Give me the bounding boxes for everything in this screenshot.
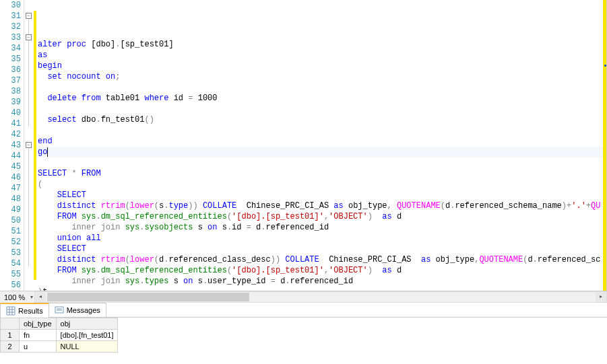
code-line[interactable]: distinct rtrim(lower(d.referenced_class_…: [36, 254, 606, 265]
cell-obj_type[interactable]: fn: [20, 330, 57, 341]
line-number: 35: [0, 54, 21, 65]
fold-toggle[interactable]: −: [26, 13, 32, 19]
line-number: 54: [0, 258, 21, 269]
code-body[interactable]: alter proc [dbo].[sp_test01]asbegin set …: [34, 0, 606, 291]
results-pane: obj_typeobj1fn[dbo].[fn_test01]2uNULL: [0, 318, 607, 353]
code-line[interactable]: union all: [36, 233, 606, 244]
code-line[interactable]: [36, 28, 606, 39]
results-tabs: Results Messages: [0, 303, 607, 318]
fold-toggle[interactable]: −: [26, 142, 32, 148]
code-line[interactable]: inner join sys.sysobjects s on s.id = d.…: [36, 222, 606, 233]
row-number: 1: [1, 330, 20, 341]
line-number: 55: [0, 269, 21, 280]
grid-corner: [1, 318, 20, 330]
line-number-gutter: 3031323334353637383940414243444546474849…: [0, 0, 24, 291]
line-number: 40: [0, 108, 21, 118]
code-line[interactable]: alter proc [dbo].[sp_test01]: [36, 39, 606, 50]
line-number: 31: [0, 11, 21, 22]
line-number: 34: [0, 43, 21, 54]
line-number: 32: [0, 22, 21, 32]
code-line[interactable]: FROM sys.dm_sql_referenced_entities('[db…: [36, 211, 606, 222]
line-number: 51: [0, 226, 21, 237]
table-row[interactable]: 1fn[dbo].[fn_test01]: [1, 330, 118, 341]
column-header[interactable]: obj: [56, 318, 118, 330]
line-number: 56: [0, 280, 21, 291]
line-number: 47: [0, 183, 21, 194]
code-line[interactable]: inner join sys.types s on s.user_type_id…: [36, 276, 606, 287]
svg-rect-0: [7, 307, 15, 315]
line-number: 53: [0, 248, 21, 258]
cell-obj[interactable]: NULL: [56, 341, 118, 353]
line-number: 43: [0, 140, 21, 151]
code-line[interactable]: [36, 125, 606, 136]
code-line[interactable]: )t: [36, 287, 606, 291]
cell-obj[interactable]: [dbo].[fn_test01]: [56, 330, 118, 341]
row-number: 2: [1, 341, 20, 353]
horizontal-scrollbar[interactable]: ◂ ▸: [34, 291, 607, 303]
line-number: 42: [0, 129, 21, 140]
line-number: 38: [0, 86, 21, 97]
tab-results[interactable]: Results: [0, 303, 49, 318]
scroll-thumb[interactable]: [47, 293, 249, 301]
code-line[interactable]: (: [36, 179, 606, 190]
code-line[interactable]: set nocount on;: [36, 71, 606, 82]
line-number: 50: [0, 215, 21, 226]
line-number: 46: [0, 172, 21, 183]
scroll-left-button[interactable]: ◂: [35, 292, 46, 302]
messages-icon: [55, 305, 64, 315]
code-line[interactable]: SELECT: [36, 244, 606, 254]
tab-messages-label: Messages: [67, 306, 100, 314]
zoom-dropdown-icon[interactable]: ▾: [29, 294, 34, 300]
line-number: 37: [0, 75, 21, 86]
code-line[interactable]: begin: [36, 61, 606, 71]
overview-ruler: [603, 0, 606, 291]
line-number: 30: [0, 0, 21, 11]
line-number: 33: [0, 32, 21, 43]
fold-margin[interactable]: −−−: [24, 0, 34, 291]
tab-results-label: Results: [18, 307, 43, 315]
table-row[interactable]: 2uNULL: [1, 341, 118, 353]
column-header[interactable]: obj_type: [20, 318, 57, 330]
line-number: 36: [0, 65, 21, 75]
cell-obj_type[interactable]: u: [20, 341, 57, 353]
overview-mark: [604, 65, 606, 67]
code-line[interactable]: SELECT: [36, 190, 606, 201]
line-number: 39: [0, 97, 21, 108]
code-line[interactable]: [36, 104, 606, 114]
code-line[interactable]: [36, 157, 606, 168]
editor-pane: 3031323334353637383940414243444546474849…: [0, 0, 607, 303]
editor-footer: 100 % ▾ ◂ ▸: [0, 291, 607, 303]
fold-toggle[interactable]: −: [26, 34, 32, 40]
code-line[interactable]: select dbo.fn_test01(): [36, 114, 606, 125]
code-line[interactable]: end: [36, 136, 606, 147]
scroll-right-button[interactable]: ▸: [596, 292, 606, 302]
code-line[interactable]: [36, 82, 606, 93]
line-number: 44: [0, 151, 21, 161]
line-number: 52: [0, 237, 21, 248]
code-line[interactable]: FROM sys.dm_sql_referenced_entities('[db…: [36, 265, 606, 276]
code-line[interactable]: distinct rtrim(lower(s.type)) COLLATE Ch…: [36, 201, 606, 211]
line-number: 48: [0, 194, 21, 205]
change-marker-left: [34, 11, 36, 280]
results-grid[interactable]: obj_typeobj1fn[dbo].[fn_test01]2uNULL: [0, 318, 118, 353]
results-grid-icon: [6, 306, 15, 316]
line-number: 41: [0, 118, 21, 129]
line-number: 49: [0, 205, 21, 215]
code-line[interactable]: delete from table01 where id = 1000: [36, 93, 606, 104]
tab-messages[interactable]: Messages: [49, 303, 106, 317]
code-editor[interactable]: 3031323334353637383940414243444546474849…: [0, 0, 607, 291]
line-number: 45: [0, 161, 21, 172]
code-line[interactable]: go: [36, 147, 606, 157]
code-line[interactable]: SELECT * FROM: [36, 168, 606, 179]
zoom-level[interactable]: 100 %: [0, 293, 29, 301]
code-line[interactable]: as: [36, 50, 606, 61]
